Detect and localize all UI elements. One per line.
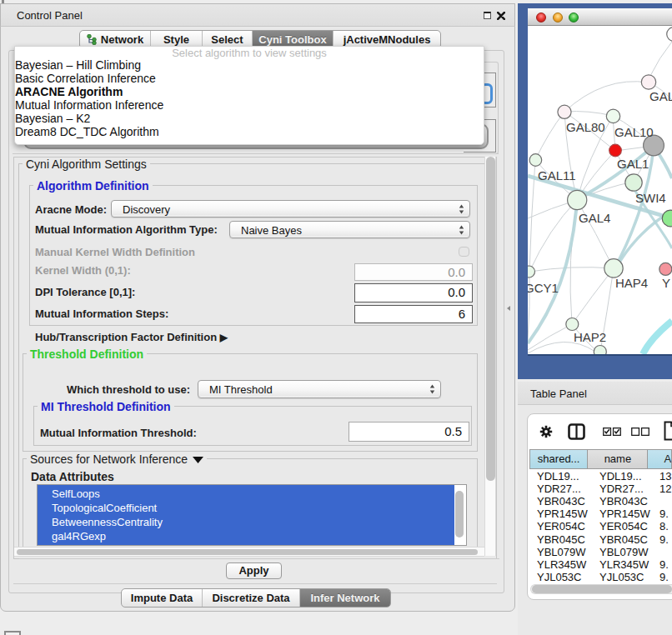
svg-text:GAL4: GAL4 — [579, 211, 610, 225]
svg-text:GAL80: GAL80 — [566, 120, 605, 134]
svg-text:GAL: GAL — [649, 89, 672, 103]
svg-text:GAL11: GAL11 — [538, 168, 576, 182]
svg-text:SWI4: SWI4 — [635, 191, 666, 205]
svg-text:HAP4: HAP4 — [615, 276, 648, 290]
svg-text:HAP2: HAP2 — [574, 330, 606, 344]
svg-text:GAL1: GAL1 — [617, 157, 649, 171]
svg-text:Y: Y — [662, 276, 670, 290]
svg-text:GAL10: GAL10 — [614, 125, 654, 139]
svg-text:GCY1: GCY1 — [528, 281, 559, 295]
